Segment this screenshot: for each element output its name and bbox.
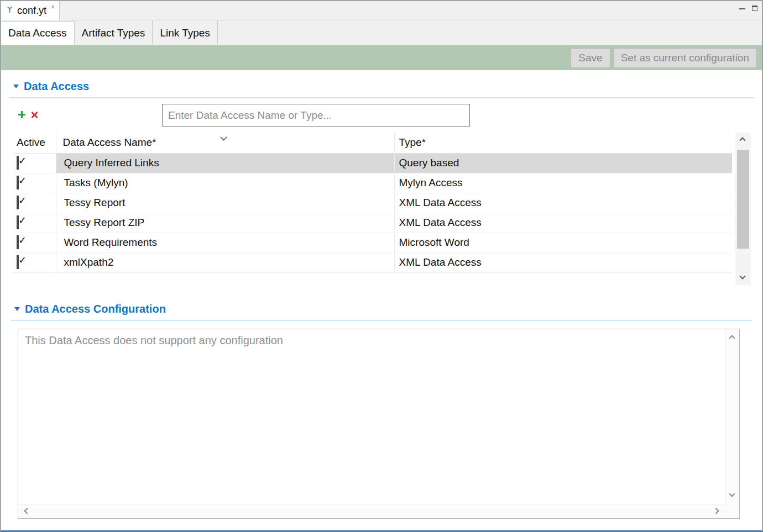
editor-tab-confyt[interactable]: conf.yt × — [1, 1, 60, 20]
scroll-up-icon[interactable] — [729, 335, 735, 341]
scroll-left-icon[interactable] — [24, 508, 30, 514]
data-access-type-cell: Query based — [394, 153, 732, 173]
collapse-twistie-icon[interactable] — [14, 307, 20, 311]
scrollbar-corner — [725, 504, 739, 518]
traceability-icon — [6, 5, 14, 17]
window-controls — [739, 4, 757, 11]
scroll-right-icon[interactable] — [713, 508, 719, 514]
tab-artifact-types-label: Artifact Types — [82, 27, 145, 39]
maximize-icon[interactable] — [752, 6, 757, 11]
add-data-access-icon[interactable] — [18, 111, 25, 118]
table-header-row: Active Data Access Name* Type* — [13, 133, 732, 153]
close-icon[interactable]: × — [51, 3, 55, 11]
table-row[interactable]: Word Requirements Microsoft Word — [13, 233, 732, 252]
config-vertical-scrollbar[interactable] — [725, 329, 739, 504]
tab-link-types[interactable]: Link Types — [153, 21, 217, 45]
minimize-icon[interactable] — [739, 8, 745, 9]
active-checkbox[interactable] — [17, 196, 19, 209]
data-access-type-cell: XML Data Access — [394, 213, 732, 233]
section-title: Data Access — [24, 80, 89, 93]
filter-input[interactable] — [162, 104, 470, 127]
scroll-up-icon[interactable] — [739, 137, 745, 143]
data-access-table-body: Query Inferred Links Query based Tasks (… — [13, 153, 732, 272]
tab-data-access[interactable]: Data Access — [1, 21, 75, 45]
table-row[interactable]: Query Inferred Links Query based — [13, 153, 732, 173]
active-cell — [13, 213, 56, 233]
collapse-twistie-icon[interactable] — [13, 85, 19, 88]
data-access-type-cell: XML Data Access — [394, 193, 732, 213]
editor-tab-title: conf.yt — [17, 5, 46, 17]
scroll-down-icon[interactable] — [729, 491, 735, 497]
table-row[interactable]: Tessy Report ZIP XML Data Access — [13, 213, 732, 233]
delete-data-access-icon[interactable] — [31, 112, 38, 118]
config-section-header: Data Access Configuration — [11, 301, 752, 321]
scrollbar-thumb[interactable] — [737, 150, 749, 249]
config-message: This Data Access does not support any co… — [25, 334, 283, 347]
active-cell — [13, 233, 56, 252]
table-row[interactable]: Tasks (Mylyn) Mylyn Access — [13, 173, 732, 193]
data-access-section-header: Data Access — [9, 78, 754, 98]
section-title: Data Access Configuration — [25, 303, 166, 315]
column-header-type[interactable]: Type* — [394, 133, 732, 153]
tab-data-access-label: Data Access — [8, 27, 67, 39]
config-subtabs: Data Access Artifact Types Link Types — [1, 21, 762, 45]
data-access-name-cell: Word Requirements — [56, 233, 394, 252]
data-access-tools — [1, 98, 762, 133]
tab-link-types-label: Link Types — [160, 27, 210, 39]
table-row[interactable]: Tessy Report XML Data Access — [13, 193, 732, 213]
active-checkbox[interactable] — [17, 176, 19, 189]
column-header-active[interactable]: Active — [13, 133, 56, 153]
config-section: Data Access Configuration This Data Acce… — [1, 301, 762, 519]
data-access-name-cell: Query Inferred Links — [56, 153, 394, 173]
data-access-table-area: Active Data Access Name* Type* Query Inf… — [1, 133, 762, 286]
save-button[interactable]: Save — [571, 48, 610, 68]
data-access-type-cell: Mylyn Access — [394, 173, 732, 193]
data-access-type-cell: Microsoft Word — [394, 233, 732, 252]
table-row[interactable]: xmlXpath2 XML Data Access — [13, 252, 732, 272]
data-access-section: Data Access Active Data Access Name* Typ… — [1, 78, 762, 286]
tab-artifact-types[interactable]: Artifact Types — [75, 21, 153, 45]
data-access-type-cell: XML Data Access — [394, 252, 732, 272]
config-area: This Data Access does not support any co… — [18, 329, 740, 519]
config-horizontal-scrollbar[interactable] — [18, 504, 725, 518]
action-toolbar: Save Set as current configuration — [1, 45, 762, 70]
active-cell — [13, 193, 56, 213]
data-access-name-cell: xmlXpath2 — [56, 252, 394, 272]
active-checkbox[interactable] — [17, 255, 19, 269]
active-checkbox[interactable] — [17, 156, 19, 170]
active-checkbox[interactable] — [17, 235, 19, 249]
active-cell — [13, 252, 56, 272]
table-vertical-scrollbar[interactable] — [735, 133, 751, 285]
editor-window: conf.yt × Data Access Artifact Types Lin… — [0, 0, 763, 532]
data-access-name-cell: Tessy Report — [56, 193, 394, 213]
active-cell — [13, 153, 56, 173]
data-access-table: Active Data Access Name* Type* Query Inf… — [13, 133, 732, 273]
active-cell — [13, 173, 56, 193]
editor-tabbar: conf.yt × — [1, 1, 762, 21]
data-access-name-cell: Tessy Report ZIP — [56, 213, 394, 233]
active-checkbox[interactable] — [17, 215, 19, 229]
set-current-config-button[interactable]: Set as current configuration — [613, 48, 757, 68]
scroll-down-icon[interactable] — [739, 273, 745, 279]
data-access-name-cell: Tasks (Mylyn) — [56, 173, 394, 193]
